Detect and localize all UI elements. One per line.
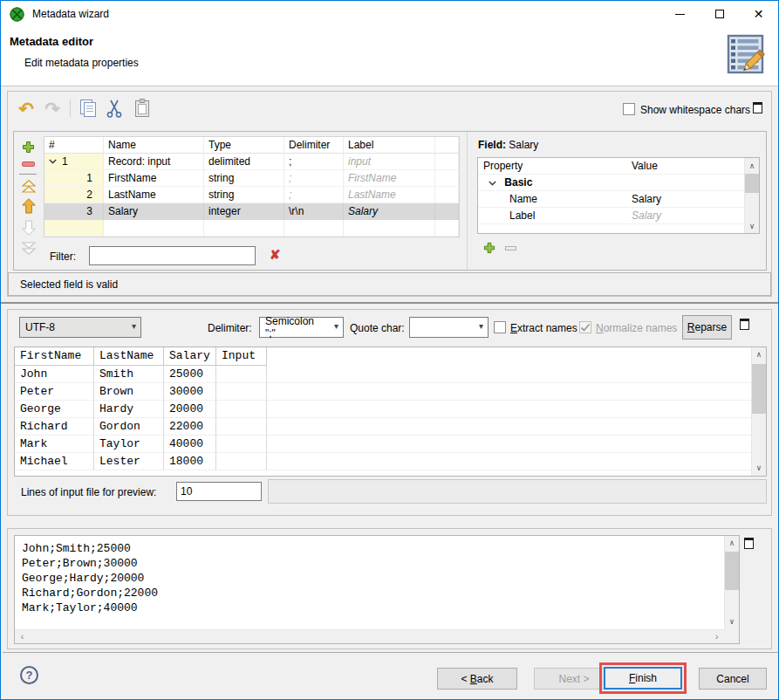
col-num[interactable]: #	[44, 137, 104, 154]
footer-separator	[3, 652, 778, 653]
copy-button[interactable]	[77, 97, 99, 120]
delimiter-select[interactable]: Semicolon ";" ▾	[259, 317, 344, 338]
move-up-button[interactable]	[21, 198, 36, 214]
extract-names-checkbox[interactable]	[494, 321, 506, 333]
scroll-up-icon[interactable]: ∧	[745, 158, 759, 173]
col-input[interactable]: Input	[216, 347, 267, 366]
move-top-button[interactable]	[21, 180, 36, 193]
table-row-lastname[interactable]: 2 LastName string ; LastName	[44, 187, 459, 203]
raw-file-view[interactable]: John;Smith;25000 Peter;Brown;30000 Georg…	[14, 535, 740, 644]
property-table-scrollbar[interactable]: ∧ ∨	[744, 158, 759, 233]
property-row-label[interactable]: Label Salary	[478, 208, 744, 224]
scroll-down-icon[interactable]: ∨	[725, 614, 739, 629]
scrollbar-thumb[interactable]	[725, 552, 739, 590]
clear-filter-icon[interactable]: ✘	[270, 247, 281, 263]
col-firstname[interactable]: FirstName	[15, 347, 94, 366]
cancel-button[interactable]: Cancel	[699, 668, 767, 690]
raw-line: John;Smith;25000	[22, 541, 723, 556]
field-number: 1	[44, 170, 104, 187]
collapse-chevron-icon[interactable]	[489, 181, 496, 186]
status-message: Selected field is valid	[20, 278, 118, 291]
preview-row[interactable]: MarkTaylor40000	[15, 436, 751, 453]
encoding-select[interactable]: UTF-8 ▾	[19, 317, 141, 338]
table-row-record[interactable]: 1 Record: input delimited ; input	[44, 154, 459, 170]
reparse-button[interactable]: Reparse	[682, 315, 732, 340]
collapse-chevron-icon[interactable]	[49, 159, 57, 164]
preview-row[interactable]: RichardGordon22000	[15, 418, 751, 436]
window-title: Metadata wizard	[32, 8, 109, 20]
property-table-header: Property Value	[478, 158, 744, 175]
preview-row[interactable]: PeterBrown30000	[15, 383, 751, 401]
field-number: 2	[44, 187, 104, 203]
section-sash[interactable]	[1, 302, 779, 304]
move-down-button[interactable]	[21, 220, 36, 236]
scrollbar-corner	[724, 629, 739, 643]
remove-field-button[interactable]	[21, 161, 36, 168]
preview-scrollbar[interactable]: ∧ ∨	[751, 347, 766, 476]
close-button[interactable]: ✕	[739, 1, 778, 27]
back-button[interactable]: < Back	[437, 668, 517, 690]
move-bottom-button[interactable]	[21, 242, 36, 255]
table-row-salary-selected[interactable]: 3 Salary integer \r\n Salary	[44, 203, 459, 220]
col-name[interactable]: Name	[104, 137, 204, 154]
col-lastname[interactable]: LastName	[94, 347, 164, 366]
quote-char-select[interactable]: ▾	[409, 317, 489, 338]
delimiter-label: Delimiter:	[208, 322, 252, 334]
cut-button[interactable]	[103, 97, 126, 120]
field-table: # Name Type Delimiter Label 1 Record: in…	[44, 136, 460, 237]
paste-button[interactable]	[131, 97, 154, 120]
scrollbar-thumb[interactable]	[745, 174, 759, 193]
field-delimiter: ;	[284, 187, 344, 203]
remove-property-button[interactable]	[503, 244, 517, 251]
raw-vertical-scrollbar[interactable]: ∧ ∨	[724, 536, 739, 629]
detach-view-icon[interactable]	[740, 319, 749, 330]
detach-view-icon[interactable]	[753, 102, 762, 113]
finish-button[interactable]: Finish	[604, 667, 682, 690]
col-property[interactable]: Property	[478, 158, 626, 175]
raw-line: George;Hardy;20000	[22, 571, 723, 586]
undo-button[interactable]: ↶	[15, 97, 38, 120]
col-label[interactable]: Label	[344, 137, 435, 154]
scroll-right-icon[interactable]: ›	[709, 630, 724, 643]
down-arrow-icon	[22, 220, 36, 236]
field-panel-value: Salary	[509, 139, 538, 151]
minus-icon	[22, 161, 35, 167]
raw-horizontal-scrollbar[interactable]: ‹ ›	[15, 629, 724, 643]
col-delimiter[interactable]: Delimiter	[284, 137, 344, 154]
add-field-button[interactable]	[21, 140, 36, 154]
minimize-button[interactable]	[660, 1, 700, 27]
help-button[interactable]: ?	[20, 666, 38, 684]
col-value[interactable]: Value	[626, 158, 744, 175]
preview-row[interactable]: GeorgeHardy20000	[15, 401, 751, 418]
scroll-up-icon[interactable]: ∧	[752, 347, 766, 362]
preview-row[interactable]: MichaelLester18000	[15, 453, 751, 470]
record-label: input	[344, 154, 435, 170]
close-icon: ✕	[754, 8, 764, 20]
preview-lines-input[interactable]	[176, 482, 262, 501]
scroll-down-icon[interactable]: ∨	[745, 218, 759, 233]
show-whitespace-checkbox[interactable]	[623, 103, 635, 115]
scroll-up-icon[interactable]: ∧	[725, 536, 739, 551]
page-title: Metadata editor	[10, 35, 93, 48]
table-row-firstname[interactable]: 1 FirstName string ; FirstName	[44, 170, 459, 187]
scroll-left-icon[interactable]: ‹	[15, 630, 30, 643]
redo-button[interactable]: ↷	[41, 97, 64, 120]
field-label: FirstName	[344, 170, 435, 187]
col-salary[interactable]: Salary	[164, 347, 216, 366]
filter-input[interactable]	[89, 246, 256, 265]
clover-logo-icon	[10, 7, 24, 22]
raw-line: Mark;Taylor;40000	[22, 600, 723, 615]
col-type[interactable]: Type	[204, 137, 284, 154]
scrollbar-thumb[interactable]	[752, 364, 766, 414]
property-row-name[interactable]: Name Salary	[478, 191, 744, 208]
detach-view-icon[interactable]	[744, 538, 754, 549]
property-value: Salary	[626, 208, 744, 224]
scroll-down-icon[interactable]: ∨	[752, 461, 766, 476]
maximize-button[interactable]	[700, 1, 739, 27]
quote-char-label: Quote char:	[350, 322, 405, 334]
add-property-button[interactable]	[482, 241, 496, 255]
preview-row[interactable]: JohnSmith25000	[15, 366, 751, 383]
raw-line: Peter;Brown;30000	[22, 556, 723, 571]
property-group-basic[interactable]: Basic	[478, 175, 744, 191]
field-label: LastName	[344, 187, 435, 203]
